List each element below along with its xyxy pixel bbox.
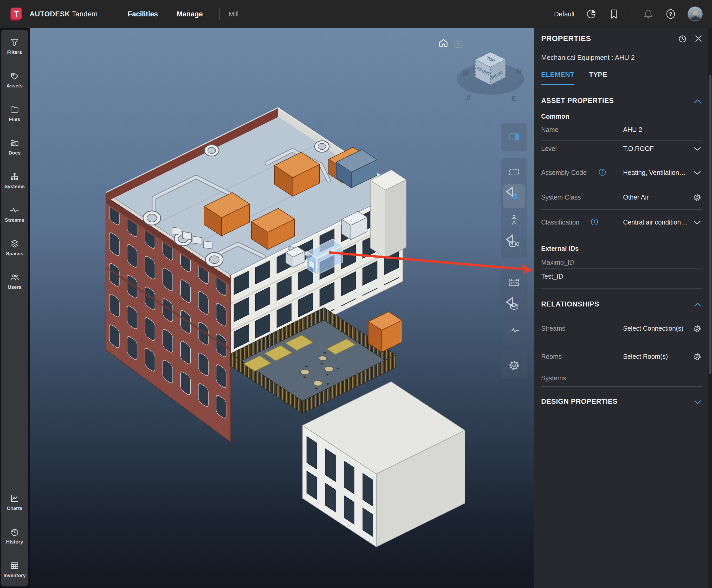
toolbar-group-layout — [501, 123, 527, 151]
facility-name: Mill — [229, 10, 239, 18]
docs-folder-icon — [10, 139, 19, 148]
chevron-down-icon[interactable] — [693, 218, 702, 227]
info-icon[interactable] — [598, 168, 606, 176]
panel-scrollbar[interactable] — [708, 28, 712, 588]
nav-manage[interactable]: Manage — [177, 10, 203, 18]
relationship-row-streams: Streams Select Connection(s) — [541, 325, 702, 340]
view-cube[interactable]: W N S E TOP FRONT RIGHT — [457, 52, 524, 103]
tab-type[interactable]: TYPE — [589, 71, 607, 79]
sidebar-item-inventory[interactable]: Inventory — [1, 553, 28, 586]
sidebar-item-assets[interactable]: Assets — [1, 63, 28, 97]
camera-view-button[interactable] — [503, 232, 525, 256]
split-view-button[interactable] — [503, 125, 525, 149]
compass-south[interactable]: S — [466, 94, 471, 102]
external-id-maximo[interactable]: Maximo_ID — [541, 259, 574, 266]
selected-element-title: Mechanical Equipment : AHU 2 — [541, 54, 635, 62]
main-nav: Facilities Manage — [128, 10, 203, 18]
property-label: Classification — [541, 218, 579, 226]
select-connections-button[interactable]: Select Connection(s) — [623, 325, 684, 332]
property-label: Assembly Code — [541, 169, 587, 176]
tab-element[interactable]: ELEMENT — [541, 71, 575, 79]
sidebar-label: Users — [8, 285, 22, 290]
sidebar-item-systems[interactable]: Systems — [1, 164, 28, 197]
sidebar-item-streams[interactable]: Streams — [1, 197, 28, 231]
sidebar-item-docs[interactable]: Docs — [1, 130, 28, 164]
sidebar-item-users[interactable]: Users — [1, 265, 28, 298]
layers-icon — [10, 239, 19, 249]
sidebar: Filters Assets Files Docs — [1, 30, 28, 586]
bookmark-icon[interactable] — [608, 8, 620, 20]
section-asset-properties[interactable]: ASSET PROPERTIES — [541, 97, 614, 105]
section-relationships[interactable]: RELATIONSHIPS — [541, 300, 599, 308]
box-select-button[interactable] — [503, 160, 525, 184]
nav-facilities[interactable]: Facilities — [128, 10, 158, 18]
view-switcher[interactable]: Default — [554, 10, 575, 18]
sidebar-item-filters[interactable]: Filters — [1, 30, 28, 63]
compass-west[interactable]: W — [462, 69, 470, 77]
compass-north[interactable]: N — [516, 68, 522, 76]
property-value[interactable]: Heating, Ventilation… — [623, 169, 686, 176]
viewer-toolbar — [501, 123, 527, 379]
brand-wordmark: AUTODESK Tandem — [30, 10, 98, 18]
row-divider — [541, 141, 702, 141]
tabs-divider — [541, 85, 702, 85]
sidebar-item-charts[interactable]: Charts — [1, 486, 28, 519]
chevron-down-icon[interactable] — [694, 400, 702, 404]
system-tree-icon — [10, 172, 19, 181]
tandem-logo-icon[interactable]: T — [8, 6, 23, 22]
gear-icon[interactable] — [693, 193, 702, 202]
properties-panel: PROPERTIES Mechanical Equipment : AHU 2 … — [534, 28, 712, 588]
property-row-level: Level T.O.ROOF — [541, 145, 702, 160]
property-value[interactable]: Other Air — [623, 193, 649, 201]
chevron-down-icon[interactable] — [693, 168, 702, 177]
sidebar-label: Files — [9, 117, 20, 122]
chevron-up-icon[interactable] — [694, 302, 702, 307]
group-common: Common — [541, 113, 569, 120]
property-value[interactable]: Central air condition… — [623, 218, 687, 226]
relationship-row-systems: Systems — [541, 374, 702, 390]
sidebar-label: Inventory — [3, 573, 26, 579]
property-label: System Class — [541, 193, 581, 201]
help-icon[interactable]: ? — [665, 8, 676, 20]
user-avatar[interactable] — [688, 6, 703, 22]
sidebar-item-files[interactable]: Files — [1, 97, 28, 130]
sidebar-label: History — [6, 539, 23, 545]
svg-text:?: ? — [669, 11, 672, 17]
gear-icon[interactable] — [693, 324, 702, 333]
sidebar-item-spaces[interactable]: Spaces — [1, 231, 28, 265]
top-bar: T AUTODESK Tandem Facilities Manage Mill… — [0, 0, 712, 28]
gear-icon[interactable] — [693, 352, 702, 361]
scrollbar-thumb[interactable] — [709, 75, 711, 374]
viewer-canvas[interactable]: W N S E TOP FRONT RIGHT — [30, 28, 534, 588]
toolbar-group-navigate — [501, 158, 527, 258]
home-icon[interactable] — [438, 38, 448, 48]
history-icon[interactable] — [678, 34, 687, 43]
external-id-test[interactable]: Test_ID — [541, 273, 563, 280]
orbit-button[interactable] — [503, 184, 525, 208]
sidebar-item-history[interactable]: History — [1, 519, 28, 553]
property-value[interactable]: T.O.ROOF — [623, 145, 654, 152]
viewer-settings-button[interactable] — [503, 353, 525, 377]
pie-chart-icon[interactable] — [586, 8, 597, 20]
history-clock-icon — [10, 527, 19, 537]
notifications-bell-icon[interactable] — [643, 8, 654, 20]
terrace-orange-unit — [368, 312, 402, 352]
section-box-button[interactable] — [503, 295, 525, 318]
compass-east[interactable]: E — [511, 95, 516, 103]
elevator-penthouse — [370, 170, 406, 258]
select-rooms-button[interactable]: Select Room(s) — [623, 353, 668, 360]
chevron-up-icon[interactable] — [694, 99, 702, 104]
property-value[interactable]: AHU 2 — [623, 126, 642, 133]
streams-tool-button[interactable] — [503, 318, 525, 342]
row-divider — [541, 412, 702, 412]
row-divider — [541, 288, 702, 289]
property-row-classification: Classification Central air condition… — [541, 218, 702, 234]
camera-snapshot-icon[interactable] — [454, 39, 463, 49]
streams-pulse-icon — [508, 324, 520, 336]
measure-button[interactable] — [503, 271, 525, 295]
first-person-button[interactable] — [503, 208, 525, 232]
close-icon[interactable] — [694, 34, 703, 43]
section-design-properties[interactable]: DESIGN PROPERTIES — [541, 398, 618, 406]
chevron-down-icon[interactable] — [693, 144, 702, 153]
info-icon[interactable] — [590, 218, 598, 226]
